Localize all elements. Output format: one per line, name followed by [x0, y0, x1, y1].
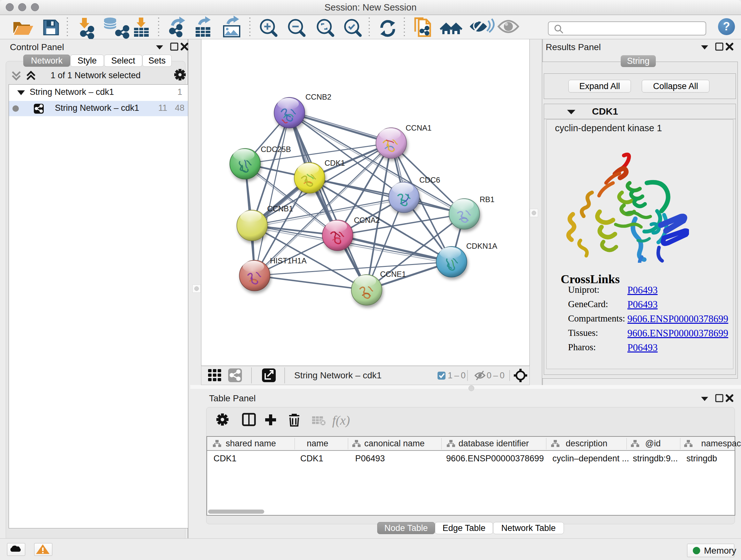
svg-text:CDK1: CDK1	[325, 159, 345, 167]
svg-text:CCNE1: CCNE1	[380, 270, 406, 278]
svg-text:CDC6: CDC6	[419, 176, 440, 184]
svg-text:CDKN1A: CDKN1A	[466, 242, 497, 250]
svg-text:f(x): f(x)	[332, 413, 350, 428]
svg-text:CCNB2: CCNB2	[306, 92, 331, 101]
svg-text:CDC25B: CDC25B	[261, 145, 291, 153]
svg-text:CCNA1: CCNA1	[406, 124, 431, 132]
svg-text:CCNA2: CCNA2	[354, 216, 380, 225]
svg-text:RB1: RB1	[480, 195, 495, 204]
svg-text:HIST1H1A: HIST1H1A	[270, 256, 307, 265]
svg-text:CCNB1: CCNB1	[267, 204, 293, 213]
